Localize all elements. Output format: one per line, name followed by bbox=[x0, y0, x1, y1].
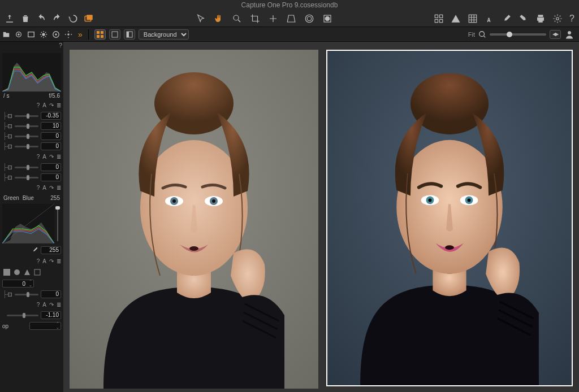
curve-editor[interactable] bbox=[2, 204, 61, 243]
cursor-tool-icon[interactable] bbox=[196, 14, 206, 24]
reset-icon[interactable]: ↷ bbox=[49, 258, 54, 264]
svg-point-3 bbox=[307, 16, 312, 21]
help-icon[interactable]: ? bbox=[37, 154, 40, 160]
curve-picker-value[interactable]: 255 bbox=[41, 246, 61, 254]
zoom-out-icon[interactable] bbox=[478, 31, 486, 38]
print-icon[interactable] bbox=[535, 14, 546, 24]
slider[interactable] bbox=[15, 146, 38, 147]
menu-icon[interactable]: ≣ bbox=[57, 302, 61, 308]
curve-green-tab[interactable]: Green bbox=[3, 195, 19, 201]
annotation-icon[interactable] bbox=[485, 14, 495, 24]
slider[interactable] bbox=[7, 315, 38, 316]
warning-icon[interactable] bbox=[451, 14, 461, 24]
preset-d-icon[interactable] bbox=[34, 269, 41, 276]
eyedropper-out-icon[interactable] bbox=[518, 14, 529, 24]
curve-picker-icon[interactable] bbox=[32, 247, 38, 254]
clarity-spinner[interactable]: 0 bbox=[2, 280, 34, 288]
redo-icon[interactable] bbox=[52, 14, 62, 24]
tab-settings-icon[interactable] bbox=[64, 31, 72, 38]
tab-exposure-icon[interactable] bbox=[40, 31, 47, 38]
undo-icon[interactable] bbox=[36, 14, 46, 24]
auto-icon[interactable]: A bbox=[42, 185, 46, 191]
preset-b-icon[interactable] bbox=[14, 269, 20, 276]
reset-icon[interactable]: ↷ bbox=[49, 102, 54, 108]
focus-mask-icon[interactable] bbox=[468, 14, 478, 24]
image-after[interactable] bbox=[326, 50, 573, 386]
menu-icon[interactable]: ≣ bbox=[57, 102, 61, 108]
hdr-high-value[interactable]: 0 bbox=[41, 163, 61, 171]
variant-selector[interactable]: Background bbox=[139, 29, 189, 40]
viewer-canvas[interactable] bbox=[63, 42, 579, 392]
slider[interactable] bbox=[15, 115, 38, 117]
settings-icon[interactable] bbox=[552, 14, 563, 24]
expand-tabs-icon[interactable]: » bbox=[77, 30, 83, 39]
view-list-button[interactable] bbox=[124, 29, 135, 40]
menu-icon[interactable]: ≣ bbox=[57, 185, 61, 191]
slider[interactable] bbox=[15, 167, 38, 168]
hand-tool-icon[interactable] bbox=[214, 14, 224, 24]
crop-spinner[interactable] bbox=[29, 322, 61, 330]
preset-c-icon[interactable] bbox=[24, 269, 31, 276]
eyedropper-in-icon[interactable] bbox=[502, 14, 512, 24]
spot-tool-icon[interactable] bbox=[304, 14, 314, 24]
image-before[interactable] bbox=[70, 50, 318, 389]
help-icon[interactable]: ? bbox=[37, 302, 40, 308]
reset-icon[interactable]: ↷ bbox=[49, 154, 54, 160]
curve-blue-tab[interactable]: Blue bbox=[23, 195, 34, 201]
contrast-value[interactable]: 10 bbox=[41, 122, 61, 130]
zoom-stepper[interactable] bbox=[550, 30, 561, 39]
menu-icon[interactable]: ≣ bbox=[57, 154, 61, 160]
mask-tool-icon[interactable] bbox=[322, 14, 332, 24]
tool-panel: ? / s f/5.6 ? A ↷ ≣ -0.35 10 0 0 ? bbox=[0, 42, 63, 392]
help-icon[interactable]: ? bbox=[569, 14, 574, 24]
tab-color-icon[interactable] bbox=[27, 31, 35, 38]
straighten-tool-icon[interactable] bbox=[268, 14, 278, 24]
saturation-value[interactable]: 0 bbox=[41, 142, 61, 150]
structure-value[interactable]: 0 bbox=[41, 290, 61, 298]
help-icon[interactable]: ? bbox=[37, 185, 40, 191]
tab-capture-icon[interactable] bbox=[15, 31, 23, 38]
menu-icon[interactable]: ≣ bbox=[57, 258, 61, 264]
keystone-tool-icon[interactable] bbox=[286, 14, 296, 24]
brightness-value[interactable]: 0 bbox=[41, 132, 61, 140]
svg-rect-8 bbox=[440, 15, 443, 18]
view-grid-button[interactable] bbox=[94, 29, 106, 40]
svg-rect-11 bbox=[469, 15, 477, 23]
auto-icon[interactable]: A bbox=[42, 302, 46, 308]
reset-icon[interactable]: ↷ bbox=[49, 185, 54, 191]
auto-icon[interactable]: A bbox=[42, 154, 46, 160]
tab-library-icon[interactable] bbox=[2, 31, 10, 38]
crop-tool-icon[interactable] bbox=[250, 14, 260, 24]
user-icon[interactable] bbox=[564, 29, 574, 40]
layers-icon[interactable] bbox=[84, 14, 94, 24]
hdr-shadow-value[interactable]: 0 bbox=[41, 173, 61, 181]
rotate-icon[interactable] bbox=[68, 14, 78, 24]
curve-output-slider[interactable] bbox=[54, 204, 61, 243]
slider[interactable] bbox=[15, 125, 38, 127]
slider[interactable] bbox=[15, 136, 38, 137]
preset-a-icon[interactable] bbox=[3, 269, 10, 276]
curve-white-point[interactable]: 255 bbox=[50, 195, 60, 201]
reset-icon[interactable]: ↷ bbox=[49, 302, 54, 308]
slider[interactable] bbox=[15, 177, 38, 178]
import-icon[interactable] bbox=[5, 14, 15, 24]
structure-row: 0 bbox=[0, 289, 63, 299]
trash-icon[interactable] bbox=[20, 14, 31, 24]
preset-icons-row bbox=[0, 267, 63, 278]
svg-point-32 bbox=[14, 269, 20, 275]
view-filmstrip-button[interactable] bbox=[109, 29, 120, 40]
zoom-tool-icon[interactable] bbox=[232, 14, 242, 24]
panel-help-icon[interactable]: ? bbox=[59, 42, 62, 49]
exposure-value[interactable]: -0.35 bbox=[41, 112, 61, 120]
auto-icon[interactable]: A bbox=[42, 258, 46, 264]
zoom-slider[interactable] bbox=[490, 33, 546, 36]
svg-point-4 bbox=[305, 15, 313, 23]
help-icon[interactable]: ? bbox=[37, 258, 40, 264]
auto-icon[interactable]: A bbox=[42, 102, 46, 108]
rotation-value[interactable]: -1.10 bbox=[41, 311, 61, 319]
tab-lens-icon[interactable] bbox=[52, 31, 60, 38]
slider[interactable] bbox=[15, 294, 38, 295]
grid-view-icon[interactable] bbox=[434, 14, 444, 24]
panel3-header: ? A ↷ ≣ bbox=[0, 256, 63, 267]
help-icon[interactable]: ? bbox=[37, 102, 40, 108]
